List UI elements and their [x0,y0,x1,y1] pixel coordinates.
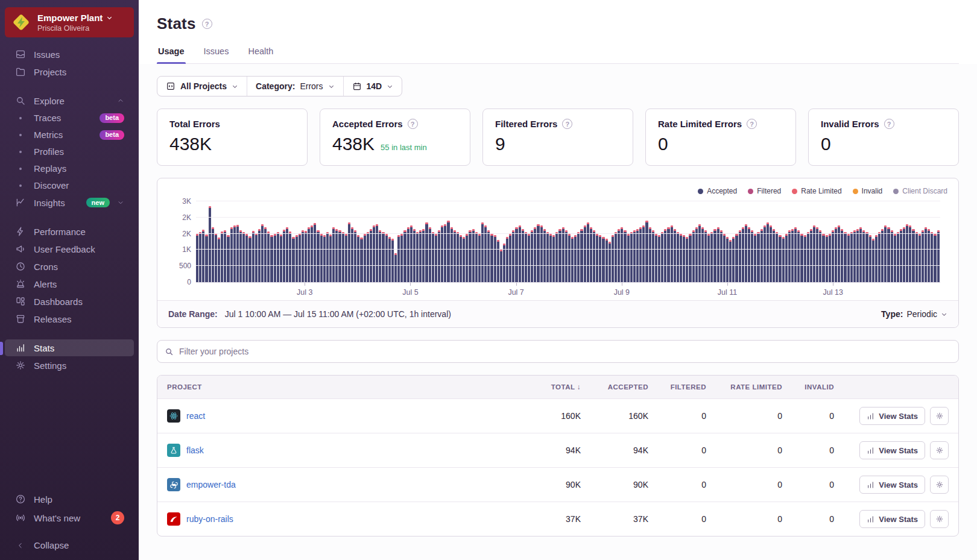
chart-bar[interactable] [460,235,462,282]
chart-bar[interactable] [779,235,781,282]
chart-bar[interactable] [742,227,744,282]
chart-bar[interactable] [413,229,416,282]
chart-bar[interactable] [546,232,549,282]
type-dropdown[interactable]: Type: Periodic [881,309,947,319]
chart-bar[interactable] [627,234,630,282]
chart-bar[interactable] [221,231,223,282]
chart-bar[interactable] [338,230,341,282]
sidebar-item-traces[interactable]: Tracesbeta [5,110,134,126]
project-settings-button[interactable] [930,441,949,459]
chart-bar[interactable] [618,229,620,282]
chart-bar[interactable] [270,235,273,282]
chart-bar[interactable] [645,221,648,282]
chart-bar[interactable] [519,225,521,282]
chart-bar[interactable] [568,234,571,282]
chart-bar[interactable] [454,230,456,282]
chart-bar[interactable] [475,232,478,282]
chart-bar[interactable] [357,235,359,282]
chart-bar[interactable] [664,229,666,282]
chart-bar[interactable] [869,235,871,282]
chart-bar[interactable] [320,234,323,282]
chart-bar[interactable] [531,230,533,282]
column-header-invalid[interactable]: INVALID [782,383,834,391]
chart-bar[interactable] [785,234,788,282]
chart-bar[interactable] [671,225,673,282]
chart-bar[interactable] [859,227,862,282]
chart-bar[interactable] [862,230,865,282]
sidebar-item-releases[interactable]: Releases [5,310,134,327]
chart-bar[interactable] [558,229,561,282]
chart-bar[interactable] [810,229,812,282]
legend-item-filtered[interactable]: Filtered [748,187,781,195]
chart-bar[interactable] [701,227,704,282]
chart-bar[interactable] [209,206,211,282]
chart-bar[interactable] [509,234,511,282]
view-stats-button[interactable]: View Stats [859,476,925,494]
chart-bar[interactable] [872,239,874,282]
chart-bar[interactable] [202,230,204,282]
chart-bar[interactable] [407,227,409,282]
chart-bar[interactable] [674,229,676,282]
chart-bar[interactable] [621,227,623,282]
column-header-accepted[interactable]: ACCEPTED [581,383,648,391]
chart-bar[interactable] [707,234,710,282]
chart-bar[interactable] [609,242,611,282]
chart-bar[interactable] [466,234,468,282]
chart-bar[interactable] [302,230,304,282]
chart-bar[interactable] [735,234,738,282]
chart-bar[interactable] [332,227,335,282]
sidebar-item-stats[interactable]: Stats [5,339,134,356]
sidebar-item-projects[interactable]: Projects [5,63,134,80]
chart-bar[interactable] [323,235,326,282]
view-stats-button[interactable]: View Stats [859,441,925,459]
chart-bar[interactable] [555,232,558,282]
chart-bar[interactable] [717,227,719,282]
chart-bar[interactable] [534,227,536,282]
chart-bar[interactable] [788,230,791,282]
chart-bar[interactable] [593,230,595,282]
chart-bar[interactable] [692,230,695,282]
chart-bar[interactable] [311,225,313,282]
chart-bar[interactable] [897,232,899,282]
chart-bar[interactable] [382,232,384,282]
chart-bar[interactable] [819,230,821,282]
chart-bar[interactable] [915,232,918,282]
chart-bar[interactable] [615,232,617,282]
chart-bar[interactable] [875,235,877,282]
chart-bar[interactable] [481,222,484,282]
sidebar-item-metrics[interactable]: Metricsbeta [5,127,134,143]
sidebar-item-help[interactable]: Help [5,491,134,508]
chart-bar[interactable] [739,230,741,282]
sidebar-item-what-s-new[interactable]: What's new2 [5,508,134,527]
chart-bar[interactable] [937,230,940,282]
chart-bar[interactable] [680,234,682,282]
chart-bar[interactable] [829,234,831,282]
chart-bar[interactable] [909,225,911,282]
chart-bar[interactable] [757,232,759,282]
chart-bar[interactable] [305,231,307,282]
chart-bar[interactable] [283,230,285,282]
chart-bar[interactable] [394,253,397,282]
chart-bar[interactable] [853,230,856,282]
chart-bar[interactable] [605,239,608,282]
chart-bar[interactable] [760,229,763,282]
chart-bar[interactable] [196,234,198,282]
chart-bar[interactable] [835,227,837,282]
chart-bar[interactable] [934,234,936,282]
view-stats-button[interactable]: View Stats [859,407,925,425]
chart-bar[interactable] [754,234,756,282]
chart-bar[interactable] [912,229,914,282]
chart-bar[interactable] [710,232,713,282]
chart-bar[interactable] [463,237,465,282]
chart-bar[interactable] [373,225,375,282]
chart-bar[interactable] [345,234,347,282]
legend-item-accepted[interactable]: Accepted [698,187,737,195]
chart-bar[interactable] [264,227,267,282]
chart-bar[interactable] [419,230,422,282]
chart-bar[interactable] [314,223,316,282]
chart-bar[interactable] [329,234,332,282]
chart-bar[interactable] [642,225,645,282]
chart-bar[interactable] [255,233,258,282]
chart-bar[interactable] [540,225,543,282]
project-link[interactable]: empower-tda [186,480,236,489]
